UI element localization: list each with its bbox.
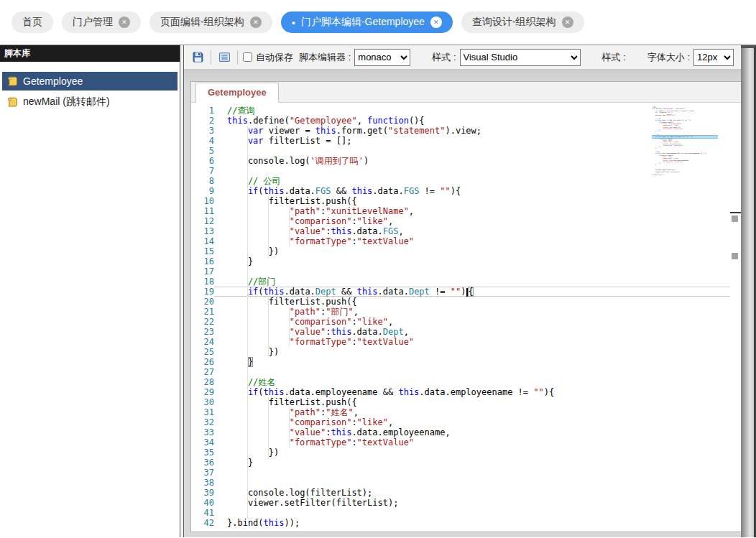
indent-guide — [269, 206, 290, 216]
code-line[interactable]: 25}) — [191, 347, 730, 357]
code-line[interactable]: 26} — [191, 357, 730, 367]
code-line[interactable]: 15}) — [191, 246, 730, 256]
code-line[interactable]: 33"value":this.data.employeename, — [191, 427, 730, 437]
code-line[interactable]: 1//查询 — [191, 106, 730, 116]
editor-tab-getemployee[interactable]: Getemployee — [195, 83, 279, 103]
script-list-button[interactable] — [215, 48, 234, 67]
window-tab[interactable]: 查询设计-组织架构✕ — [461, 11, 584, 33]
indent-guide — [227, 488, 248, 498]
code-line[interactable]: 38 — [191, 478, 730, 488]
toolbar-separator — [237, 50, 238, 65]
code-text — [214, 508, 730, 518]
close-icon[interactable]: ✕ — [250, 17, 262, 28]
line-number: 19 — [191, 287, 214, 297]
indent-guide — [248, 337, 269, 347]
window-tab[interactable]: 页面编辑-组织架构✕ — [149, 11, 272, 33]
code-line[interactable]: 41 — [191, 508, 730, 518]
indent-guide — [248, 297, 269, 307]
font-size-select[interactable]: 12px — [693, 49, 734, 66]
code-line[interactable]: 24"formatType":"textValue" — [191, 337, 730, 347]
code-line[interactable]: 4var filterList = []; — [191, 136, 730, 146]
line-number: 28 — [191, 377, 214, 387]
code-line[interactable]: 18//部门 — [191, 277, 730, 287]
code-line[interactable]: 14"formatType":"textValue" — [191, 236, 730, 246]
code-text: filterList.push({ — [214, 397, 730, 407]
code-line[interactable]: 11"path":"xunitLevelName", — [191, 206, 730, 216]
line-number: 34 — [191, 437, 214, 447]
code-line[interactable]: 27 — [191, 367, 730, 377]
window-tab[interactable]: 首页 — [11, 11, 53, 33]
code-line[interactable]: 28//姓名 — [191, 377, 730, 387]
indent-guide — [227, 156, 248, 166]
code-line[interactable]: 34"formatType":"textValue" — [191, 437, 730, 447]
rail-tick — [730, 212, 741, 213]
code-line[interactable]: 40viewer.setFilter(filterList); — [191, 498, 730, 508]
window-scrollbar[interactable] — [741, 45, 756, 537]
code-line[interactable]: 20filterList.push({ — [191, 297, 730, 307]
close-icon[interactable]: ✕ — [562, 17, 573, 28]
sidebar-item-newmail[interactable]: newMail (跳转邮件) — [2, 93, 178, 111]
code-line[interactable]: 35}) — [191, 447, 730, 458]
code-line[interactable]: 39console.log(filterList); — [191, 488, 730, 498]
code-line[interactable]: 32"comparison":"like", — [191, 417, 730, 427]
code-text: "formatType":"textValue" — [214, 337, 730, 347]
code-line[interactable]: 10filterList.push({ — [191, 196, 730, 206]
window-tab-bar: 首页门户管理✕页面编辑-组织架构✕•门户脚本编辑-Getemployee✕查询设… — [0, 0, 756, 45]
code-line[interactable]: 17 — [191, 266, 730, 277]
code-line[interactable]: 37 — [191, 468, 730, 478]
code-line[interactable]: 23"value":this.data.Dept, — [191, 327, 730, 337]
style2-label: 样式 : — [602, 51, 626, 64]
autosave-checkbox[interactable] — [243, 52, 252, 62]
indent-guide — [248, 327, 269, 337]
sidebar-item-getemployee[interactable]: Getemployee — [2, 72, 178, 91]
style-select[interactable]: Visual Studio — [460, 49, 581, 66]
save-button[interactable] — [188, 48, 207, 67]
indent-guide — [248, 447, 269, 458]
close-icon[interactable]: ✕ — [430, 17, 442, 28]
code-line[interactable]: 30filterList.push({ — [191, 397, 730, 407]
code-line[interactable]: 22"comparison":"like", — [191, 317, 730, 327]
close-icon[interactable]: ✕ — [119, 17, 130, 28]
line-number: 35 — [191, 447, 214, 458]
line-number: 16 — [191, 256, 214, 266]
code-line[interactable]: 6console.log('调用到了吗') — [191, 156, 730, 166]
rail-handle[interactable] — [732, 215, 738, 222]
line-number: 21 — [191, 307, 214, 317]
script-editor-select[interactable]: monaco — [354, 49, 410, 66]
code-line[interactable]: 16} — [191, 256, 730, 266]
code-line[interactable]: 19if(this.data.Dept && this.data.Dept !=… — [191, 287, 730, 297]
line-number: 40 — [191, 498, 214, 508]
code-editor[interactable]: 1//查询2this.define("Getemployee", functio… — [191, 103, 730, 532]
minimap[interactable]: //查询this.define("Getemployee", function(… — [652, 106, 718, 187]
code-line[interactable]: 21"path":"部门", — [191, 307, 730, 317]
code-line[interactable]: 5 — [191, 146, 730, 156]
line-number: 10 — [191, 196, 214, 206]
code-text: "path":"xunitLevelName", — [214, 206, 730, 216]
code-line[interactable]: 8// 公司 — [191, 176, 730, 186]
line-number: 31 — [191, 407, 214, 417]
line-number: 8 — [191, 176, 214, 186]
code-line[interactable]: 3var viewer = this.form.get("statement")… — [191, 126, 730, 136]
indent-guide — [248, 427, 269, 437]
code-line[interactable]: 12"comparison":"like", — [191, 216, 730, 226]
editor-right-rail[interactable] — [730, 103, 741, 532]
line-number: 18 — [191, 277, 214, 287]
line-number: 20 — [191, 297, 214, 307]
rail-handle[interactable] — [732, 253, 738, 259]
code-text: "path":"部门", — [214, 307, 730, 317]
code-text: }) — [214, 447, 730, 458]
code-line[interactable]: 29if(this.data.employeename && this.data… — [191, 387, 730, 397]
code-line[interactable]: 13"value":this.data.FGS, — [191, 226, 730, 236]
code-line[interactable]: 36} — [191, 458, 730, 468]
code-line[interactable]: 42}.bind(this)); — [191, 518, 730, 528]
code-line[interactable]: 31"path":"姓名", — [191, 407, 730, 417]
line-number: 23 — [191, 327, 214, 337]
code-line[interactable]: 9if(this.data.FGS && this.data.FGS != ""… — [191, 186, 730, 196]
window-tab[interactable]: 门户管理✕ — [62, 11, 141, 33]
indent-guide — [248, 216, 269, 226]
code-line[interactable]: 7 — [191, 166, 730, 176]
code-line[interactable]: 2this.define("Getemployee", function(){ — [191, 116, 730, 126]
line-number: 4 — [191, 136, 214, 146]
indent-guide — [248, 226, 269, 236]
window-tab[interactable]: •门户脚本编辑-Getemployee✕ — [281, 11, 453, 33]
